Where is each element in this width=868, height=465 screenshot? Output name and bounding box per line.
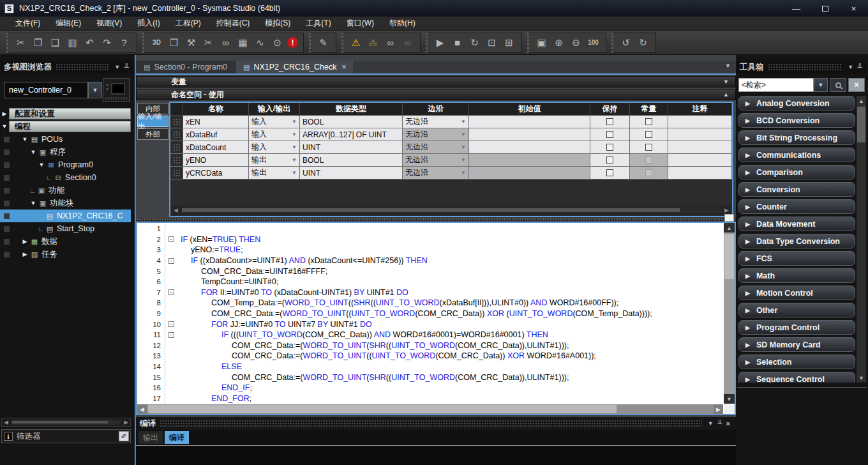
code-line-10[interactable]: 10−FOR JJ:=UINT#0 TO UINT#7 BY UINT#1 DO bbox=[137, 319, 723, 330]
dropdown-arrow-icon[interactable]: ▼ bbox=[461, 170, 466, 176]
view-3d-icon[interactable]: 3D bbox=[149, 35, 164, 50]
menu-item-7[interactable]: 工具(T) bbox=[298, 16, 338, 31]
initial-value-cell[interactable] bbox=[469, 167, 590, 179]
fold-collapse-icon[interactable]: − bbox=[168, 258, 174, 264]
variable-table-hscrollbar[interactable]: ◀ ▶ bbox=[172, 206, 731, 215]
warning-icon[interactable]: ⚠ bbox=[348, 35, 363, 50]
toolbox-category-3[interactable]: ▶Communications bbox=[738, 148, 855, 162]
comment-cell[interactable] bbox=[668, 167, 732, 179]
scroll-track[interactable] bbox=[11, 420, 121, 425]
row-handle[interactable] bbox=[170, 167, 183, 179]
var-side-tab-2[interactable]: 外部 bbox=[137, 128, 168, 140]
io-direction-cell[interactable]: 输出▼ bbox=[249, 167, 300, 179]
scroll-up-icon[interactable]: ▲ bbox=[724, 223, 735, 232]
pin-icon[interactable]: ╨ bbox=[715, 420, 724, 427]
scroll-track[interactable] bbox=[181, 207, 722, 213]
row-handle[interactable] bbox=[170, 141, 183, 154]
code-vscrollbar[interactable]: ▲ ▼ bbox=[724, 223, 735, 404]
retain-checkbox-cell[interactable] bbox=[590, 116, 630, 128]
var-side-tab-1[interactable]: 输入/输出 bbox=[137, 116, 168, 127]
data-type-cell[interactable]: UINT bbox=[300, 141, 403, 154]
delete-icon[interactable]: ▥ bbox=[65, 35, 80, 50]
row-handle[interactable] bbox=[170, 116, 183, 128]
minimize-button[interactable]: — bbox=[782, 0, 811, 17]
code-line-13[interactable]: 13COM_CRC_Data:=(WORD_TO_UINT((UINT_TO_W… bbox=[137, 351, 723, 362]
code-line-14[interactable]: 14ELSE bbox=[137, 362, 723, 372]
menu-item-6[interactable]: 模拟(S) bbox=[257, 16, 298, 31]
dropdown-arrow-icon[interactable]: ▼ bbox=[461, 132, 466, 137]
build-tab-1[interactable]: 编译 bbox=[165, 431, 189, 444]
menu-item-0[interactable]: 文件(F) bbox=[8, 16, 48, 31]
st-code-editor[interactable]: 12−IF (xEN=TRUE) THEN3yENO:=TRUE;4−IF ((… bbox=[136, 222, 736, 415]
collapse-icon[interactable]: ▼ bbox=[112, 64, 122, 70]
zoom-in-icon[interactable]: ⊕ bbox=[551, 35, 566, 50]
retain-checkbox-cell[interactable] bbox=[590, 141, 630, 154]
tree-row-程序[interactable]: ▼▣程序 bbox=[0, 146, 131, 158]
editor-tab-0[interactable]: ▤Section0 - Program0 bbox=[136, 61, 236, 73]
close-icon[interactable]: × bbox=[724, 420, 732, 427]
io-direction-cell[interactable]: 输入▼ bbox=[249, 141, 300, 154]
tab-list-dropdown-icon[interactable]: ▼ bbox=[725, 63, 731, 69]
dropdown-arrow-icon[interactable]: ▼ bbox=[292, 170, 297, 176]
expand-arrow-icon[interactable]: ▼ bbox=[20, 136, 29, 142]
tree-section-1[interactable]: 编程 bbox=[9, 121, 131, 132]
tree-row-数据[interactable]: ▶▦数据 bbox=[0, 235, 131, 248]
toolbox-vscrollbar[interactable]: ▲ ▼ bbox=[857, 96, 866, 383]
checkbox[interactable] bbox=[606, 118, 613, 125]
toolbox-category-11[interactable]: ▶Motion Control bbox=[738, 286, 855, 300]
expand-arrow-icon[interactable]: ▶ bbox=[20, 238, 29, 245]
expand-arrow-icon[interactable]: ▼ bbox=[29, 200, 38, 206]
scroll-right-icon[interactable]: ▶ bbox=[722, 206, 731, 215]
warning-off-icon[interactable]: ⚠ bbox=[366, 35, 380, 50]
name-cell[interactable]: xDataBuf bbox=[183, 128, 249, 141]
expand-arrow-icon[interactable]: ▼ bbox=[29, 149, 38, 155]
rotate-right-icon[interactable]: ↻ bbox=[636, 35, 650, 50]
expand-arrow-icon[interactable]: ▶ bbox=[20, 251, 29, 257]
menu-item-8[interactable]: 窗口(W) bbox=[339, 16, 382, 31]
initial-value-cell[interactable] bbox=[469, 128, 590, 141]
fold-collapse-icon[interactable]: − bbox=[168, 321, 174, 327]
code-line-7[interactable]: 7−FOR II:=UINT#0 TO (xDataCount-UINT#1) … bbox=[137, 287, 723, 298]
code-line-9[interactable]: 9COM_CRC_Data:=(WORD_TO_UINT((UINT_TO_WO… bbox=[137, 309, 723, 319]
code-line-3[interactable]: 3yENO:=TRUE; bbox=[137, 245, 723, 255]
initial-value-cell[interactable] bbox=[469, 154, 590, 167]
maximize-button[interactable] bbox=[811, 0, 839, 17]
controller-select[interactable]: new_Controller_0 bbox=[4, 82, 88, 98]
code-line-11[interactable]: 11−IF (((UINT_TO_WORD(COM_CRC_Data)) AND… bbox=[137, 330, 723, 340]
scroll-right-icon[interactable]: ▶ bbox=[714, 404, 723, 414]
constant-checkbox-cell[interactable] bbox=[630, 128, 668, 141]
run-icon[interactable]: ▶ bbox=[433, 35, 447, 50]
comment-cell[interactable] bbox=[668, 116, 732, 128]
retain-checkbox-cell[interactable] bbox=[590, 167, 630, 179]
menu-item-5[interactable]: 控制器(C) bbox=[209, 16, 258, 31]
code-line-4[interactable]: 4−IF ((xDataCount>=UINT#1) AND (xDataCou… bbox=[137, 255, 723, 266]
edge-cell[interactable]: 无边沿▼ bbox=[403, 116, 469, 128]
monitor-2-icon[interactable]: ⊞ bbox=[502, 35, 516, 50]
tree-row-配置和设置[interactable]: ▶配置和设置 bbox=[0, 107, 131, 120]
checkbox[interactable] bbox=[606, 144, 613, 151]
scroll-thumb[interactable] bbox=[857, 107, 865, 142]
name-cell[interactable]: xDataCount bbox=[183, 141, 249, 154]
code-hscrollbar[interactable]: ◀ ▶ bbox=[137, 404, 723, 414]
scroll-down-icon[interactable]: ▼ bbox=[724, 394, 735, 404]
toolbox-search-input[interactable] bbox=[738, 78, 814, 92]
build-tab-0[interactable]: 输出 bbox=[138, 431, 163, 444]
window-layout-icon[interactable]: ❒ bbox=[167, 35, 181, 50]
zoom-100-icon[interactable]: 100 bbox=[586, 35, 601, 50]
checkbox[interactable] bbox=[645, 131, 652, 138]
code-line-16[interactable]: 16END_IF; bbox=[137, 383, 723, 393]
scroll-left-icon[interactable]: ◀ bbox=[2, 418, 10, 426]
tree-row-Program0[interactable]: ▼⊞Program0 bbox=[0, 158, 131, 171]
tab-close-icon[interactable]: × bbox=[341, 63, 346, 72]
sync-icon[interactable]: ↻ bbox=[467, 35, 482, 50]
dropdown-arrow-icon[interactable]: ▼ bbox=[461, 157, 466, 163]
data-type-cell[interactable]: UINT bbox=[300, 167, 403, 179]
menu-item-1[interactable]: 编辑(E) bbox=[48, 16, 89, 31]
toolbox-category-4[interactable]: ▶Comparison bbox=[738, 165, 855, 179]
toolbox-category-13[interactable]: ▶Program Control bbox=[738, 320, 855, 335]
code-line-1[interactable]: 1 bbox=[137, 224, 723, 234]
pin-icon[interactable]: ╨ bbox=[855, 63, 864, 71]
toolbox-category-1[interactable]: ▶BCD Conversion bbox=[738, 113, 855, 128]
dropdown-arrow-icon[interactable]: ▼ bbox=[292, 144, 297, 150]
pin-icon[interactable]: ╨ bbox=[122, 63, 131, 71]
